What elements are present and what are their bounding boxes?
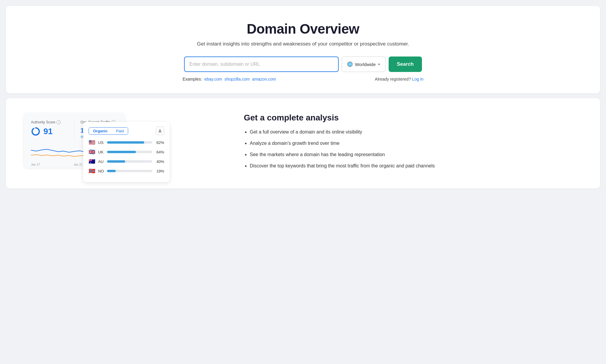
x-label-jan17: Jan 17	[31, 163, 40, 166]
bar-track-us	[107, 141, 152, 144]
authority-score-label: Authority Score i	[31, 120, 68, 124]
worldwide-dropdown[interactable]: 🌐 Worldwide ▾	[342, 57, 386, 72]
analysis-text: Get a complete analysis Get a full overv…	[244, 113, 582, 174]
example-link-shopzilla[interactable]: shopzilla.com	[224, 77, 250, 81]
bullet-3: See the markets where a domain has the l…	[250, 151, 582, 158]
bar-fill-uk	[107, 151, 136, 153]
page-title: Domain Overview	[24, 21, 582, 37]
export-icon[interactable]	[156, 127, 164, 135]
bar-track-au	[107, 160, 152, 163]
country-row-au: 🇦🇺 AU 40%	[89, 158, 164, 165]
authority-info-icon: i	[56, 120, 61, 124]
country-row-uk: 🇬🇧 UK 64%	[89, 149, 164, 155]
country-code-no: NO	[98, 169, 105, 173]
example-link-ebay[interactable]: ebay.com	[204, 77, 222, 81]
bar-pct-uk: 64%	[155, 150, 164, 154]
authority-score-section: Authority Score i 91	[31, 120, 75, 138]
tab-organic[interactable]: Organic	[89, 128, 112, 134]
bar-fill-us	[107, 141, 144, 144]
example-link-amazon[interactable]: amazon.com	[252, 77, 276, 81]
bottom-card: Authority Score i 91 Org. Search Traffic	[6, 98, 600, 189]
widget-area: Authority Score i 91 Org. Search Traffic	[24, 113, 226, 168]
login-link[interactable]: Log in	[412, 77, 423, 81]
tab-row: Organic Paid	[89, 127, 164, 135]
globe-icon: 🌐	[347, 62, 353, 67]
country-row-no: 🇳🇴 NO 19%	[89, 168, 164, 174]
country-code-uk: UK	[98, 150, 105, 154]
bullet-4: Discover the top keywords that bring the…	[250, 162, 582, 170]
already-registered-text: Already registered?	[375, 77, 411, 81]
flag-uk: 🇬🇧	[89, 149, 96, 155]
authority-score-value: 91	[31, 127, 68, 136]
flag-us: 🇺🇸	[89, 139, 96, 146]
tab-paid[interactable]: Paid	[112, 128, 128, 134]
country-row-us: 🇺🇸 US 82%	[89, 139, 164, 146]
analysis-title: Get a complete analysis	[244, 113, 582, 123]
bullet-1: Get a full overview of a domain and its …	[250, 128, 582, 136]
search-row: 🌐 Worldwide ▾ Search	[24, 57, 582, 72]
examples-row: Examples: ebay.com shopzilla.com amazon.…	[183, 77, 423, 81]
chevron-down-icon: ▾	[378, 62, 380, 66]
flag-no: 🇳🇴	[89, 168, 96, 174]
svg-point-1	[32, 128, 39, 135]
bar-fill-au	[107, 160, 125, 163]
search-button[interactable]: Search	[389, 57, 422, 72]
bar-track-uk	[107, 151, 152, 153]
bar-track-no	[107, 170, 152, 172]
country-code-us: US	[98, 140, 105, 145]
examples-label: Examples:	[183, 77, 202, 81]
bar-pct-us: 82%	[155, 140, 164, 145]
tab-group[interactable]: Organic Paid	[89, 127, 128, 135]
flag-au: 🇦🇺	[89, 158, 96, 165]
donut-chart-icon	[31, 127, 40, 136]
country-widget: Organic Paid 🇺🇸 US 82% 🇬🇧	[83, 122, 169, 182]
bar-fill-no	[107, 170, 116, 172]
bar-pct-au: 40%	[155, 159, 164, 164]
login-prompt: Already registered? Log in	[375, 77, 423, 81]
hero-subtitle: Get instant insights into strengths and …	[24, 41, 582, 47]
bar-pct-no: 19%	[155, 169, 164, 173]
country-code-au: AU	[98, 159, 105, 164]
examples-left: Examples: ebay.com shopzilla.com amazon.…	[183, 77, 276, 81]
bullet-2: Analyze a domain's growth trend over tim…	[250, 140, 582, 147]
domain-input[interactable]	[184, 57, 339, 72]
hero-card: Domain Overview Get instant insights int…	[6, 6, 600, 93]
bullet-list: Get a full overview of a domain and its …	[244, 128, 582, 170]
worldwide-label: Worldwide	[355, 62, 376, 67]
x-label-jan21: Jan 21	[74, 163, 83, 166]
